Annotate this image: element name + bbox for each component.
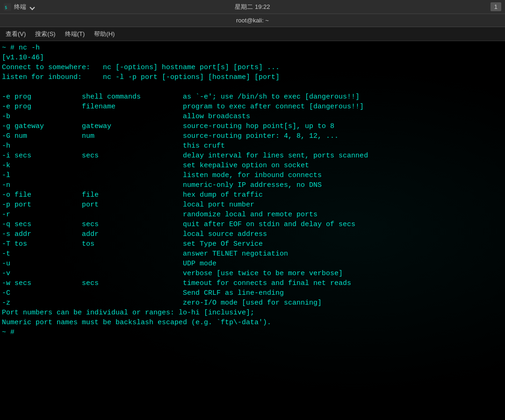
menu-view[interactable]: 查看(V) <box>2 28 29 40</box>
window-title-bar: root@kali: ~ <box>0 14 505 27</box>
system-title-bar: $ 终端 星期二 19:22 1 <box>0 0 505 14</box>
menu-help[interactable]: 帮助(H) <box>90 28 118 40</box>
workspace-badge[interactable]: 1 <box>491 2 501 11</box>
terminal-window[interactable]: ~ # nc -h [v1.10-46] Connect to somewher… <box>0 41 505 420</box>
chevron-down-icon[interactable] <box>29 3 34 10</box>
terminal-icon: $ <box>4 3 11 11</box>
menu-bar: 查看(V) 搜索(S) 终端(T) 帮助(H) <box>0 27 505 41</box>
datetime-label: 星期二 19:22 <box>235 3 270 11</box>
menu-terminal[interactable]: 终端(T) <box>61 28 89 40</box>
app-title-area: $ 终端 <box>4 3 34 11</box>
svg-text:$: $ <box>5 5 7 10</box>
app-name-label: 终端 <box>14 3 26 11</box>
menu-search[interactable]: 搜索(S) <box>31 28 59 40</box>
terminal-output: ~ # nc -h [v1.10-46] Connect to somewher… <box>2 43 503 337</box>
window-title-text: root@kali: ~ <box>236 17 269 24</box>
